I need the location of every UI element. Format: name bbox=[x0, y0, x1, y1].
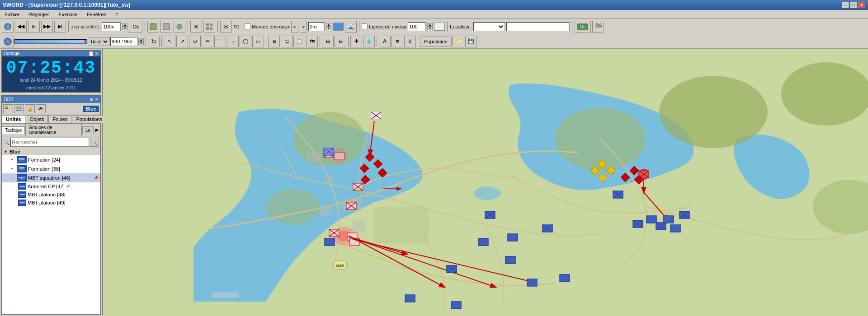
odb-eye-button[interactable]: 👁 bbox=[36, 104, 46, 113]
niveau-checkbox[interactable] bbox=[362, 23, 368, 29]
ticks-value-input[interactable] bbox=[110, 37, 137, 46]
ticks-select[interactable]: Ticks bbox=[88, 37, 109, 46]
tree-item-formation24[interactable]: + Formation [24] bbox=[2, 155, 100, 164]
app-logo-button[interactable]: S bbox=[2, 21, 14, 33]
messages-button[interactable]: ✉ bbox=[220, 21, 232, 33]
clock-icon-button[interactable]: 📄 bbox=[89, 51, 94, 56]
niveau-value-input[interactable] bbox=[408, 22, 426, 31]
svg-rect-112 bbox=[670, 225, 680, 232]
tab-populations[interactable]: Populations bbox=[72, 115, 106, 123]
ticks-up-button[interactable]: ▲ bbox=[138, 38, 144, 42]
tab-unites[interactable]: Unités bbox=[2, 115, 25, 123]
draw-rect[interactable]: ▭ bbox=[252, 36, 264, 47]
subtab-tactique[interactable]: Tactique bbox=[2, 126, 25, 134]
odb-tree-button[interactable] bbox=[14, 104, 24, 113]
unit-button1[interactable]: ✚ bbox=[350, 36, 362, 47]
unit-button2[interactable]: 💧 bbox=[363, 36, 375, 47]
tree-item-formation38[interactable]: + Formation [38] bbox=[2, 164, 100, 173]
draw-arrow[interactable]: ↗ bbox=[176, 36, 188, 47]
water-icon[interactable]: 🌊 bbox=[345, 21, 357, 33]
grid-button[interactable] bbox=[203, 21, 215, 33]
niveau-down-button[interactable]: ▼ bbox=[427, 27, 433, 30]
population-button[interactable]: Population bbox=[420, 37, 452, 46]
water-down-button[interactable]: ▼ bbox=[326, 27, 331, 30]
pop-button1[interactable]: 📁 bbox=[453, 36, 464, 47]
niveau-up-button[interactable]: ▲ bbox=[427, 23, 433, 27]
pop-button2[interactable]: 💾 bbox=[465, 36, 477, 47]
ticks-down-button[interactable]: ▼ bbox=[138, 42, 144, 45]
formation38-expand[interactable]: + bbox=[11, 167, 15, 171]
map-button1[interactable] bbox=[147, 21, 159, 33]
speed-down-button[interactable]: ▼ bbox=[122, 27, 127, 30]
water-less-button[interactable]: < bbox=[291, 21, 298, 33]
draw-circle[interactable]: ◯ bbox=[240, 36, 251, 47]
menu-fenetres[interactable]: Fenêtres bbox=[84, 11, 109, 18]
localiser-select[interactable] bbox=[473, 22, 505, 31]
menu-reglages[interactable]: Réglages bbox=[26, 11, 52, 18]
view-button1[interactable]: 🖥 bbox=[268, 36, 280, 47]
search-input[interactable] bbox=[10, 138, 89, 147]
speed-up-button[interactable]: ▲ bbox=[122, 23, 127, 27]
map-button3[interactable] bbox=[174, 21, 185, 33]
localiser-go-button[interactable]: Go bbox=[575, 21, 591, 33]
odb-close-icon[interactable]: ✕ bbox=[95, 97, 99, 102]
water-more-button[interactable]: > bbox=[300, 21, 307, 33]
grid-button2[interactable]: # bbox=[404, 36, 416, 47]
ok-button[interactable]: Ok bbox=[129, 21, 142, 33]
nav-button1[interactable]: ⊞ bbox=[322, 36, 334, 47]
clock-close-icon[interactable]: ✕ bbox=[95, 51, 99, 56]
color-swatch[interactable] bbox=[333, 23, 344, 31]
back-button[interactable]: ◀◀ bbox=[15, 21, 27, 33]
formation24-expand[interactable]: + bbox=[11, 158, 15, 162]
odb-icon-button[interactable]: ⊞ bbox=[90, 97, 94, 102]
play-button[interactable]: ▶ bbox=[28, 21, 40, 33]
nav-button2[interactable]: ⊟ bbox=[335, 36, 346, 47]
tab-objets[interactable]: Objets bbox=[26, 115, 48, 123]
flag-button[interactable]: 🏁 bbox=[592, 21, 604, 33]
odb-filter-button[interactable]: ⊕ bbox=[3, 104, 13, 113]
root-expand[interactable]: ▼ bbox=[4, 149, 8, 154]
search-button[interactable]: 🔍 bbox=[90, 138, 99, 147]
tree-item-mbt46[interactable]: − ● MBT squadron [46] 📌 bbox=[2, 173, 100, 182]
view-button3[interactable]: 📋 bbox=[293, 36, 305, 47]
tb2-logo[interactable]: S bbox=[2, 36, 14, 47]
menu-fichier[interactable]: Fichier bbox=[2, 11, 22, 18]
localiser-input[interactable] bbox=[506, 22, 570, 31]
close-button[interactable]: ✕ bbox=[858, 2, 865, 8]
menu-help[interactable]: ? bbox=[113, 11, 121, 18]
niveau-color-swatch[interactable] bbox=[434, 23, 445, 31]
tree-item-mbtplatoon49[interactable]: MBT platoon [49] bbox=[2, 199, 100, 207]
speed-input[interactable] bbox=[102, 22, 121, 31]
draw-lasso[interactable]: ⊙ bbox=[189, 36, 201, 47]
water-spinner: ▲ ▼ bbox=[326, 23, 331, 30]
water-rise-checkbox[interactable] bbox=[245, 23, 250, 29]
draw-pointer[interactable]: ↖ bbox=[164, 36, 175, 47]
text-button[interactable]: A bbox=[379, 36, 391, 47]
hash-button[interactable]: ≡ bbox=[392, 36, 403, 47]
tree-item-armored47[interactable]: Armored CP [47] P bbox=[2, 182, 100, 191]
tree-item-mbtplatoon48[interactable]: MBT platoon [48] bbox=[2, 191, 100, 199]
view-button4[interactable]: 🗺 bbox=[306, 36, 318, 47]
crosshair-button[interactable]: ✕ bbox=[190, 21, 202, 33]
maximize-button[interactable]: □ bbox=[850, 2, 857, 8]
draw-curve[interactable]: ⌒ bbox=[214, 36, 226, 47]
map-area[interactable]: 353P bbox=[103, 49, 868, 316]
draw-tool1[interactable]: ✏ bbox=[202, 36, 213, 47]
mbt46-expand[interactable]: − bbox=[11, 176, 15, 180]
odb-lock-button[interactable]: 🔒 bbox=[25, 104, 35, 113]
map-button2[interactable] bbox=[160, 21, 172, 33]
menu-exercice[interactable]: Exercice bbox=[56, 11, 80, 18]
water-up-button[interactable]: ▲ bbox=[326, 23, 331, 27]
refresh-button[interactable]: ↻ bbox=[148, 36, 160, 47]
skip-button[interactable]: ▶| bbox=[54, 21, 66, 33]
minimize-button[interactable]: ─ bbox=[842, 2, 849, 8]
draw-curve2[interactable]: ⌣ bbox=[227, 36, 239, 47]
water-value-input[interactable] bbox=[308, 22, 325, 31]
subtab-next-button[interactable]: ▶ bbox=[94, 126, 100, 133]
pause-button[interactable]: ▶▶ bbox=[41, 21, 53, 33]
subtab-lo[interactable]: Lo bbox=[82, 126, 94, 134]
mbt46-pin-icon[interactable]: 📌 bbox=[94, 176, 99, 180]
subtab-groupes[interactable]: Groupes de connaissance bbox=[25, 124, 82, 136]
tab-foules[interactable]: Foules bbox=[48, 115, 71, 123]
view-button2[interactable]: 🗂 bbox=[281, 36, 292, 47]
